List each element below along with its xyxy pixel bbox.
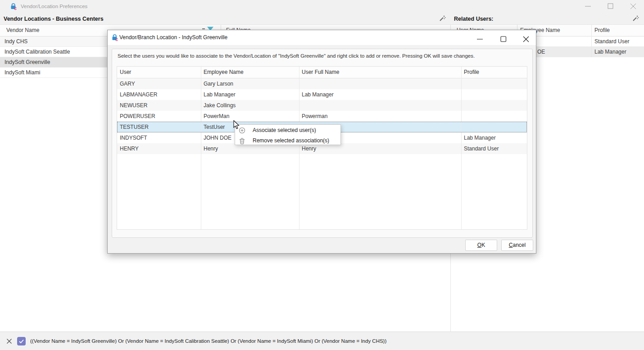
column-separator [201,67,201,229]
col-header-vendor-name[interactable]: Vendor Name [6,25,39,36]
user-row[interactable]: NEWUSER Jake Collings [117,100,527,111]
screen: c Vendor/Location Preferences Vendor Loc… [0,0,644,350]
user-row[interactable]: GARY Gary Larson [117,78,527,89]
dialog-user-table: User Employee Name User Full Name Profil… [117,66,527,230]
trash-icon [239,137,245,144]
col-header-user[interactable]: User [117,67,201,78]
dialog-titlebar: c Vendor/Branch Location - IndySoft Gree… [108,30,536,45]
menu-item-remove[interactable]: Remove selected association(s) [235,136,340,146]
main-close-button[interactable] [630,3,636,9]
ok-button[interactable]: OK [465,240,497,251]
menu-item-associate[interactable]: Associate selected user(s) [235,125,340,136]
dialog-instruction: Select the users you would like to assoc… [118,53,475,59]
dialog-table-header: User Employee Name User Full Name Profil… [117,67,527,78]
user-row[interactable]: POWERUSER PowerMan Powerman [117,111,527,122]
main-maximize-button[interactable] [608,3,614,9]
dialog-minimize-button[interactable] [477,36,483,42]
filter-expression: ((Vendor Name = IndySoft Greenville) Or … [30,332,386,350]
col-header-employee-name[interactable]: Employee Name [201,67,299,78]
wand-icon-right[interactable] [632,15,639,22]
filter-bar: ((Vendor Name = IndySoft Greenville) Or … [0,332,644,350]
wand-icon-left[interactable] [439,15,446,22]
column-separator [591,24,592,57]
column-separator [461,67,462,229]
user-row[interactable]: LABMANAGER Lab Manager Lab Manager [117,89,527,100]
mouse-cursor [233,120,241,130]
left-section-title: Vendor Locations - Business Centers [4,15,104,23]
col-header-profile[interactable]: Profile [594,25,610,36]
column-separator [299,67,299,229]
filter-close-icon[interactable] [7,339,12,344]
main-window-title: Vendor/Location Preferences [21,0,87,13]
dialog-close-button[interactable] [523,36,529,42]
col-header-user-full-name[interactable]: User Full Name [299,67,461,78]
svg-text:c: c [115,36,118,41]
dialog-maximize-button[interactable] [500,36,507,42]
dialog-lock-icon: c [111,34,118,41]
cancel-button[interactable]: Cancel [501,240,533,251]
checkmark-icon [17,337,26,345]
filter-checkbox[interactable] [17,337,26,345]
main-titlebar: c Vendor/Location Preferences [0,0,644,13]
app-lock-icon: c [10,3,17,10]
right-section-title: Related Users: [454,15,494,23]
svg-text:c: c [14,5,17,10]
main-minimize-button[interactable] [585,3,591,9]
dialog-title: Vendor/Branch Location - IndySoft Greenv… [119,30,227,45]
col-header-profile[interactable]: Profile [461,67,527,78]
context-menu: Associate selected user(s) Remove select… [235,124,341,145]
